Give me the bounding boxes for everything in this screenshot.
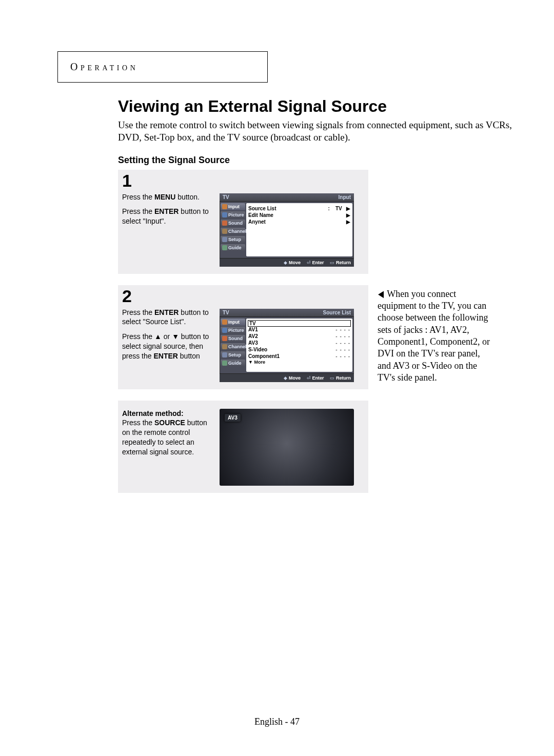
osd1-tab-sound: Sound	[221, 220, 245, 227]
osd1-tab-setup: Setup	[221, 236, 245, 243]
step-1-block: 1 Press the MENU button. Press the ENTER…	[118, 170, 368, 274]
osd2-tab-sound: Sound	[221, 335, 245, 342]
page-title: Viewing an External Signal Source	[118, 97, 518, 116]
step-2-block: 2 Press the ENTER button to select "Sour…	[118, 285, 368, 389]
step-1-line2a: Press the	[122, 207, 154, 215]
down-arrow-icon: ▼	[172, 332, 179, 341]
section-header-text: Operation	[70, 61, 138, 72]
intro-paragraph: Use the remote control to switch between…	[118, 119, 518, 144]
step-1-number: 1	[118, 170, 368, 190]
up-arrow-icon: ▲	[154, 332, 162, 341]
osd1-pane: Source List: TV ▶ Edit Name▶ Anynet▶	[246, 203, 352, 256]
step-2-text: Press the ENTER button to select "Source…	[122, 306, 214, 382]
osd1-tabs: Input Picture Sound Channel Setup Guide	[220, 202, 246, 258]
side-note: ◀ When you connect equipment to the TV, …	[378, 285, 496, 384]
osd1-tab-picture: Picture	[221, 211, 245, 218]
alternate-method-block: Alternate method: Press the SOURCE butto…	[118, 401, 368, 493]
step-1-text: Press the MENU button. Press the ENTER b…	[122, 190, 214, 267]
osd1-footer: ◆ Move ⏎ Enter ▭ Return	[220, 258, 354, 267]
page-footer: English - 47	[0, 717, 554, 727]
osd2-top-right: Source List	[323, 310, 351, 315]
osd2-tab-picture: Picture	[221, 327, 245, 334]
tv-screenshot-badge: AV3	[225, 414, 241, 422]
subheading: Setting the Signal Source	[118, 155, 518, 166]
osd2-more: ▼ More	[248, 360, 350, 365]
alternate-method-text: Alternate method: Press the SOURCE butto…	[122, 407, 214, 486]
osd2-footer: ◆ Move ⏎ Enter ▭ Return	[220, 373, 354, 382]
osd-screenshot-1: TV Input Input Picture Sound Channel Set…	[220, 193, 354, 267]
alternate-method-head: Alternate method:	[122, 409, 184, 417]
osd2-tab-channel: Channel	[221, 343, 245, 350]
osd2-tab-input: Input	[221, 319, 245, 326]
step-2-number: 2	[118, 285, 368, 306]
left-arrow-icon: ◀	[378, 288, 384, 300]
osd1-top-left: TV	[223, 194, 229, 200]
osd2-tabs: Input Picture Sound Channel Setup Guide	[220, 317, 246, 373]
osd1-tab-channel: Channel	[221, 228, 245, 235]
osd2-top-left: TV	[223, 310, 229, 315]
osd1-top-right: Input	[339, 194, 351, 200]
tv-screenshot: AV3	[220, 409, 354, 486]
step-1-menu-bold: MENU	[154, 193, 175, 201]
step-1-line1a: Press the	[122, 193, 154, 201]
step-1-line1c: button.	[175, 193, 200, 201]
osd2-tab-guide: Guide	[221, 360, 245, 367]
osd-screenshot-2: TV Source List Input Picture Sound Chann…	[220, 309, 354, 382]
osd1-tab-input: Input	[221, 203, 245, 210]
osd2-tab-setup: Setup	[221, 351, 245, 359]
osd1-tab-guide: Guide	[221, 244, 245, 251]
side-note-text: When you connect equipment to the TV, yo…	[378, 289, 490, 383]
step-1-enter-bold: ENTER	[154, 207, 179, 215]
section-header-box: Operation	[57, 51, 268, 83]
osd2-pane: TV AV1- - - - AV2- - - - AV3- - - - S-Vi…	[246, 319, 352, 372]
